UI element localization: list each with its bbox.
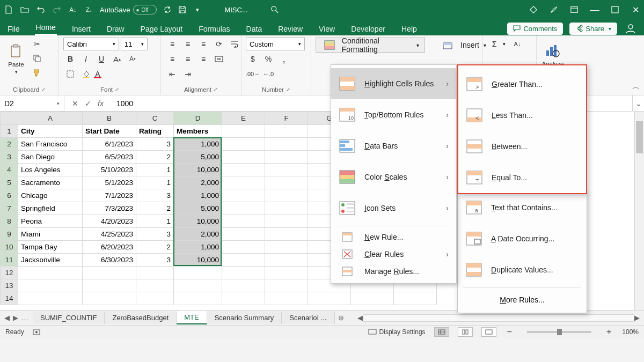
cell[interactable]	[265, 254, 308, 267]
cell[interactable]: City	[18, 125, 83, 138]
tab-page-layout[interactable]: Page Layout	[140, 23, 184, 35]
row-header[interactable]: 4	[1, 164, 18, 176]
cell[interactable]: 1	[136, 176, 174, 189]
sort-desc-icon[interactable]: Z↓	[85, 5, 93, 14]
row-header[interactable]: 9	[1, 228, 18, 241]
cell[interactable]	[174, 279, 222, 292]
cell[interactable]: 10,000	[174, 215, 222, 228]
row-header[interactable]: 11	[1, 254, 18, 267]
select-all-corner[interactable]	[1, 112, 18, 125]
cell[interactable]	[265, 215, 308, 228]
decrease-decimal-icon[interactable]: ←.0	[261, 68, 275, 80]
row-header[interactable]: 8	[1, 215, 18, 228]
cell[interactable]	[351, 292, 394, 305]
row-header[interactable]: 14	[1, 292, 18, 305]
comma-icon[interactable]: ,	[277, 53, 291, 65]
tab-view[interactable]: View	[318, 23, 336, 35]
increase-indent-icon[interactable]: ⇥	[181, 68, 195, 80]
cell[interactable]	[265, 292, 308, 305]
align-bottom-icon[interactable]: ≡	[196, 38, 210, 50]
row-header[interactable]: 2	[1, 138, 18, 151]
cell[interactable]	[222, 176, 265, 189]
bold-button[interactable]: B	[63, 53, 77, 65]
tab-review[interactable]: Review	[277, 23, 304, 35]
currency-icon[interactable]: $	[246, 53, 260, 65]
cell[interactable]: Miami	[18, 228, 83, 241]
font-size-increase-icon[interactable]: A▴	[110, 53, 124, 65]
row-header[interactable]: 12	[1, 267, 18, 279]
cell[interactable]	[222, 279, 265, 292]
underline-button[interactable]: U	[94, 53, 108, 65]
autosum-icon[interactable]: Σ	[487, 38, 501, 50]
brush-icon[interactable]	[550, 5, 558, 14]
font-color-button[interactable]: A	[94, 68, 108, 80]
menu-date-occurring[interactable]: A Date Occurring...	[458, 223, 587, 254]
cell[interactable]	[83, 267, 136, 279]
tab-file[interactable]: File	[6, 23, 21, 35]
cell[interactable]: 2,000	[174, 176, 222, 189]
col-header[interactable]: A	[18, 112, 83, 125]
cell[interactable]: Tampa Bay	[18, 241, 83, 254]
menu-more-rules[interactable]: More Rules...	[458, 290, 587, 309]
paste-button[interactable]: Paste ▾	[4, 38, 28, 80]
cell[interactable]: Rating	[136, 125, 174, 138]
cell[interactable]: Jacksonville	[18, 254, 83, 267]
cell[interactable]	[136, 279, 174, 292]
row-header[interactable]: 1	[1, 125, 18, 138]
maximize-icon[interactable]	[611, 5, 619, 14]
row-header[interactable]: 10	[1, 241, 18, 254]
number-launcher-icon[interactable]: ⤢	[286, 87, 290, 92]
sheet-nav-next-icon[interactable]: ▶	[13, 314, 18, 322]
menu-clear-rules[interactable]: Clear Rules ›	[331, 246, 456, 263]
cell[interactable]	[265, 202, 308, 215]
row-header[interactable]: 13	[1, 279, 18, 292]
cell[interactable]	[136, 267, 174, 279]
clipboard-launcher-icon[interactable]: ⤢	[41, 87, 46, 92]
cell[interactable]	[174, 267, 222, 279]
menu-text-contains[interactable]: a Text that Contains...	[458, 192, 587, 223]
cell[interactable]	[18, 279, 83, 292]
cell[interactable]	[222, 241, 265, 254]
merge-cells-icon[interactable]	[212, 53, 226, 65]
cell[interactable]: 4/25/2023	[83, 228, 136, 241]
cell[interactable]	[308, 292, 351, 305]
cell[interactable]	[174, 292, 222, 305]
new-file-icon[interactable]	[4, 5, 13, 14]
tab-data[interactable]: Data	[245, 23, 264, 35]
cell[interactable]: San Francisco	[18, 138, 83, 151]
cancel-formula-icon[interactable]: ✕	[72, 99, 78, 108]
cell[interactable]	[265, 125, 308, 138]
cell[interactable]: 10,000	[174, 164, 222, 176]
view-normal-button[interactable]	[434, 327, 449, 337]
cell[interactable]: 5/10/2023	[83, 164, 136, 176]
vertical-scrollbar[interactable]	[634, 112, 644, 310]
zoom-level[interactable]: 100%	[622, 328, 639, 336]
cell[interactable]: Chicago	[18, 189, 83, 202]
menu-equal-to[interactable]: = Equal To...	[458, 162, 586, 193]
row-header[interactable]: 6	[1, 189, 18, 202]
menu-manage-rules[interactable]: Manage Rules...	[331, 263, 456, 280]
cell[interactable]	[265, 189, 308, 202]
cell[interactable]: 5,000	[174, 202, 222, 215]
cell[interactable]: San Diego	[18, 151, 83, 164]
undo-icon[interactable]	[36, 5, 45, 14]
sheet-nav-prev-icon[interactable]: ◀	[4, 314, 10, 322]
cell[interactable]: 10,000	[174, 254, 222, 267]
col-header[interactable]: D	[174, 112, 222, 125]
cell[interactable]	[222, 267, 265, 279]
cell[interactable]	[265, 138, 308, 151]
font-name-combo[interactable]: Calibri▾	[63, 38, 119, 50]
view-page-break-button[interactable]	[481, 327, 496, 337]
horizontal-scrollbar[interactable]: ◀▶	[353, 314, 644, 322]
cell[interactable]	[18, 292, 83, 305]
cell[interactable]: 1,000	[174, 241, 222, 254]
menu-less-than[interactable]: < Less Than...	[458, 100, 586, 131]
cell[interactable]: 3	[136, 189, 174, 202]
align-center-icon[interactable]: ≡	[181, 53, 195, 65]
cell[interactable]: Sacramento	[18, 176, 83, 189]
expand-formula-bar-icon[interactable]: ⌄	[632, 95, 644, 111]
cell[interactable]: 6/5/2023	[83, 151, 136, 164]
zoom-out-button[interactable]: −	[505, 327, 514, 337]
cell[interactable]	[222, 125, 265, 138]
font-launcher-icon[interactable]: ⤢	[115, 87, 119, 92]
